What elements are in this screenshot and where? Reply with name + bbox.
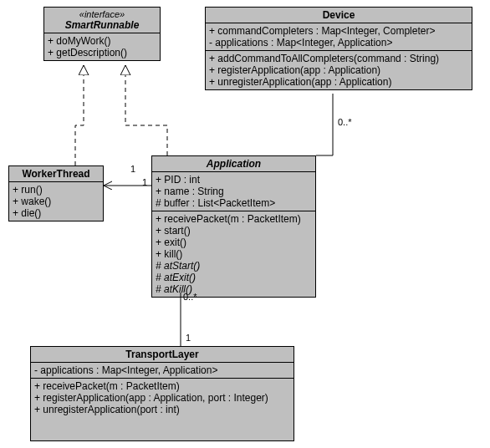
multiplicity: 1	[130, 164, 135, 174]
attrs-section: + PID : int + name : String # buffer : L…	[152, 172, 315, 211]
multiplicity: 0..*	[183, 292, 197, 302]
methods-section: + doMyWork() + getDescription()	[44, 33, 160, 60]
methods-section: + receivePacket(m : PacketItem) + regist…	[31, 379, 293, 417]
class-title: Application	[152, 156, 315, 172]
class-name: TransportLayer	[125, 349, 198, 360]
multiplicity: 1	[142, 177, 147, 187]
method: + receivePacket(m : PacketItem)	[34, 380, 290, 392]
class-application: Application + PID : int + name : String …	[151, 155, 316, 298]
class-smartrunnable: «interface» SmartRunnable + doMyWork() +…	[43, 7, 161, 61]
stereotype: «interface»	[48, 9, 156, 19]
method: + start()	[156, 225, 312, 237]
realization-worker-smartrunnable	[75, 65, 84, 165]
method: + addCommandToAllCompleters(command : St…	[209, 53, 468, 64]
class-title: WorkerThread	[9, 166, 103, 182]
method: + registerApplication(app : Application)	[209, 64, 468, 76]
attr: # buffer : List<PacketItem>	[156, 197, 312, 209]
attr: + commandCompleters : Map<Integer, Compl…	[209, 25, 468, 37]
method-abstract: # atKill()	[156, 283, 312, 295]
multiplicity: 1	[186, 333, 191, 343]
method: + wake()	[13, 196, 100, 207]
method: + registerApplication(app : Application,…	[34, 392, 290, 404]
realization-app-smartrunnable	[125, 65, 167, 155]
multiplicity: 0..*	[338, 117, 352, 127]
class-name: Application	[207, 158, 261, 170]
method: + getDescription()	[48, 47, 156, 59]
class-workerthread: WorkerThread + run() + wake() + die()	[8, 165, 104, 221]
methods-section: + addCommandToAllCompleters(command : St…	[206, 51, 472, 89]
method: + unregisterApplication(port : int)	[34, 404, 290, 415]
class-title: Device	[206, 8, 472, 23]
methods-section: + receivePacket(m : PacketItem) + start(…	[152, 211, 315, 297]
attrs-section: + commandCompleters : Map<Integer, Compl…	[206, 23, 472, 51]
method: + die()	[13, 207, 100, 219]
methods-section: + run() + wake() + die()	[9, 182, 103, 221]
class-name: Device	[323, 9, 355, 21]
class-title: TransportLayer	[31, 347, 293, 363]
class-name: SmartRunnable	[65, 19, 140, 31]
method-abstract: # atExit()	[156, 272, 312, 283]
class-name: WorkerThread	[22, 168, 89, 180]
method: + receivePacket(m : PacketItem)	[156, 213, 312, 225]
class-title: «interface» SmartRunnable	[44, 8, 160, 33]
method-abstract: # atStart()	[156, 260, 312, 272]
attrs-section: - applications : Map<Integer, Applicatio…	[31, 363, 293, 379]
attr: - applications : Map<Integer, Applicatio…	[34, 364, 290, 376]
method: + unregisterApplication(app : Applicatio…	[209, 76, 468, 88]
attr: - applications : Map<Integer, Applicatio…	[209, 37, 468, 48]
attr: + name : String	[156, 186, 312, 197]
method: + doMyWork()	[48, 35, 156, 47]
class-device: Device + commandCompleters : Map<Integer…	[205, 7, 472, 90]
class-transportlayer: TransportLayer - applications : Map<Inte…	[30, 346, 294, 441]
method: + run()	[13, 184, 100, 196]
method: + exit()	[156, 237, 312, 248]
attr: + PID : int	[156, 174, 312, 186]
method: + kill()	[156, 248, 312, 260]
